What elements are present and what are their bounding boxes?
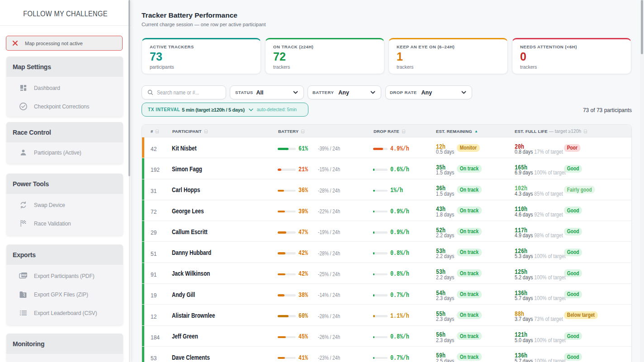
svg-text:PDF: PDF — [21, 274, 27, 277]
